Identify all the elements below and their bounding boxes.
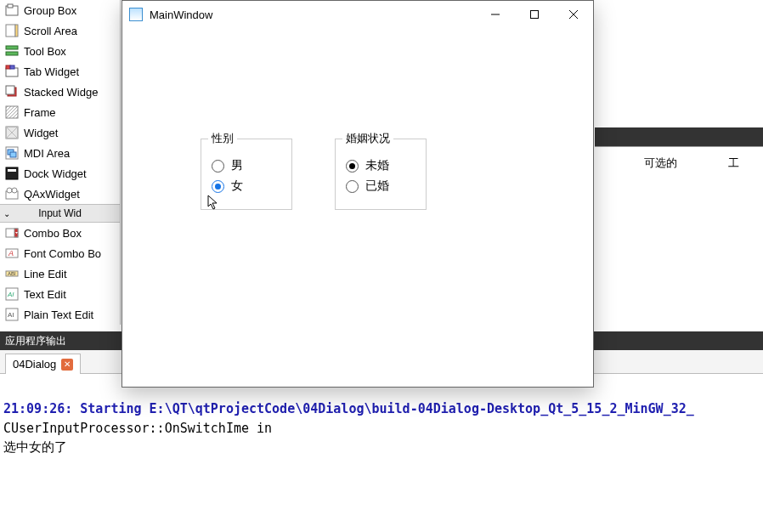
svg-rect-17 <box>8 169 16 172</box>
palette-item-textedit[interactable]: AI Text Edit <box>0 284 120 304</box>
svg-rect-8 <box>10 65 14 69</box>
palette-item-combobox[interactable]: Combo Box <box>0 223 120 243</box>
groupbox-icon <box>5 3 19 17</box>
radio-bullet-icon <box>346 160 359 173</box>
column-header-selectable[interactable]: 可选的 <box>644 156 677 171</box>
radio-unmarried[interactable]: 未婚 <box>346 158 402 173</box>
radio-label: 男 <box>231 158 243 173</box>
palette-label: MDI Area <box>24 147 70 160</box>
radio-bullet-icon <box>346 180 359 193</box>
palette-label: Font Combo Bo <box>24 247 101 260</box>
frame-icon <box>5 105 19 119</box>
radio-label: 未婚 <box>365 158 389 173</box>
palette-label: Dock Widget <box>24 167 87 180</box>
palette-item-plaintextedit[interactable]: AI Plain Text Edit <box>0 304 120 325</box>
radio-female[interactable]: 女 <box>212 178 268 194</box>
widget-palette: Group Box Scroll Area Tool Box Tab Widge… <box>0 0 121 325</box>
palette-item-lineedit[interactable]: ABI Line Edit <box>0 263 120 284</box>
close-icon <box>569 10 578 19</box>
svg-rect-5 <box>6 52 18 55</box>
textedit-icon: AI <box>5 287 19 301</box>
minimize-button[interactable] <box>476 1 515 28</box>
palette-item-scrollarea[interactable]: Scroll Area <box>0 20 120 41</box>
window-client-area: 性别 男 女 婚姻状况 未婚 已婚 <box>122 28 593 210</box>
svg-point-20 <box>12 188 17 193</box>
title-bar[interactable]: MainWindow <box>122 1 593 28</box>
svg-rect-1 <box>8 4 13 8</box>
palette-label: Tool Box <box>24 45 66 58</box>
palette-section-input[interactable]: ⌄ Input Wid <box>0 204 120 223</box>
toolbox-icon <box>5 44 19 58</box>
palette-label: Scroll Area <box>24 25 77 37</box>
qaxwidget-icon <box>5 187 19 201</box>
window-title: MainWindow <box>150 8 212 21</box>
close-button[interactable] <box>554 1 593 28</box>
palette-item-qaxwidget[interactable]: QAxWidget <box>0 184 120 204</box>
palette-label: Frame <box>24 106 56 119</box>
svg-rect-4 <box>6 46 18 49</box>
console-output[interactable]: 21:09:26: Starting E:\QT\qtProjectCode\0… <box>0 374 763 532</box>
column-header-tool[interactable]: 工 <box>728 156 739 171</box>
stackedwidget-icon <box>5 85 19 99</box>
palette-label: QAxWidget <box>24 188 80 201</box>
groupbox-marital: 婚姻状况 未婚 已婚 <box>335 139 427 210</box>
output-tab-04dialog[interactable]: 04Dialog ✕ <box>5 354 81 374</box>
mdiarea-icon <box>5 146 19 160</box>
widget-icon <box>5 126 19 139</box>
plaintextedit-icon: AI <box>5 308 19 321</box>
svg-text:AI: AI <box>8 311 14 319</box>
svg-text:A: A <box>8 249 14 258</box>
right-toolbar: 可选的 工 <box>595 146 763 178</box>
radio-married[interactable]: 已婚 <box>346 178 402 194</box>
radio-bullet-icon <box>212 160 224 173</box>
svg-rect-7 <box>6 65 10 69</box>
groupbox-gender: 性别 男 女 <box>201 139 292 210</box>
palette-label: Widget <box>24 127 58 139</box>
palette-label: Combo Box <box>24 227 82 240</box>
palette-label: Stacked Widge <box>24 86 98 99</box>
app-window: MainWindow 性别 男 女 婚姻状况 未婚 <box>122 0 594 388</box>
app-icon <box>129 8 143 21</box>
tabwidget-icon <box>5 65 19 78</box>
console-line-1: 21:09:26: Starting E:\QT\qtProjectCode\0… <box>3 401 694 416</box>
palette-section-label: Input Wid <box>38 207 82 219</box>
chevron-down-icon: ⌄ <box>3 209 10 218</box>
palette-item-frame[interactable]: Frame <box>0 102 120 122</box>
minimize-icon <box>491 10 500 19</box>
groupbox-marital-legend: 婚姻状况 <box>342 131 393 146</box>
svg-rect-10 <box>6 86 14 94</box>
palette-label: Text Edit <box>24 288 66 301</box>
combobox-icon <box>5 226 19 240</box>
groupbox-gender-legend: 性别 <box>208 131 237 146</box>
fontcombobox-icon: A <box>5 246 19 260</box>
palette-label: Line Edit <box>24 268 67 280</box>
radio-male[interactable]: 男 <box>212 158 268 173</box>
svg-point-19 <box>7 188 12 193</box>
svg-rect-2 <box>6 25 15 37</box>
dockwidget-icon <box>5 167 19 180</box>
output-tab-label: 04Dialog <box>13 358 56 371</box>
output-panel-title: 应用程序输出 <box>5 334 66 348</box>
palette-item-groupbox[interactable]: Group Box <box>0 0 120 20</box>
svg-text:AI: AI <box>7 291 14 298</box>
lineedit-icon: ABI <box>5 267 19 280</box>
maximize-icon <box>530 10 539 19</box>
scrollarea-icon <box>5 24 19 37</box>
radio-label: 女 <box>231 178 243 194</box>
radio-label: 已婚 <box>365 178 389 194</box>
palette-label: Group Box <box>24 4 76 17</box>
palette-item-toolbox[interactable]: Tool Box <box>0 41 120 61</box>
console-line-3: 选中女的了 <box>3 439 67 455</box>
palette-item-widget[interactable]: Widget <box>0 122 120 143</box>
console-line-2: CUserInputProcessor::OnSwitchIme in <box>3 421 272 436</box>
palette-item-stackedwidget[interactable]: Stacked Widge <box>0 82 120 102</box>
svg-rect-32 <box>531 11 539 19</box>
palette-item-mdiarea[interactable]: MDI Area <box>0 143 120 163</box>
palette-item-dockwidget[interactable]: Dock Widget <box>0 163 120 184</box>
svg-rect-11 <box>6 106 18 118</box>
close-icon[interactable]: ✕ <box>61 359 73 371</box>
palette-item-fontcombobox[interactable]: A Font Combo Bo <box>0 243 120 263</box>
palette-item-tabwidget[interactable]: Tab Widget <box>0 61 120 82</box>
maximize-button[interactable] <box>515 1 554 28</box>
palette-label: Plain Text Edit <box>24 308 93 321</box>
